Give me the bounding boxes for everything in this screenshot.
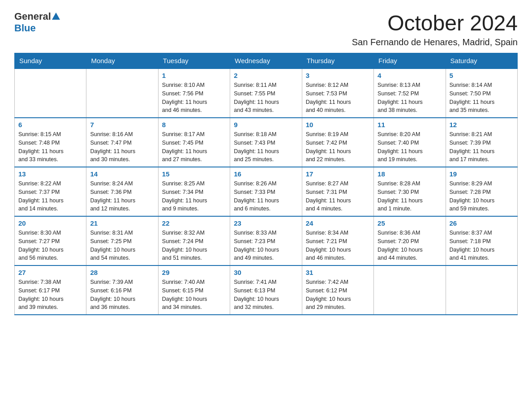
col-header-tuesday: Tuesday <box>158 53 230 69</box>
day-info: Sunrise: 8:31 AMSunset: 7:25 PMDaylight:… <box>90 229 154 262</box>
day-info: Sunrise: 8:18 AMSunset: 7:43 PMDaylight:… <box>234 130 298 164</box>
day-number: 12 <box>450 121 514 128</box>
day-number: 19 <box>450 170 514 178</box>
day-number: 7 <box>90 121 154 128</box>
calendar-cell: 3Sunrise: 8:12 AMSunset: 7:53 PMDaylight… <box>302 68 373 118</box>
calendar-cell: 9Sunrise: 8:18 AMSunset: 7:43 PMDaylight… <box>230 118 302 167</box>
day-info: Sunrise: 8:16 AMSunset: 7:47 PMDaylight:… <box>90 130 154 164</box>
calendar-cell: 20Sunrise: 8:30 AMSunset: 7:27 PMDayligh… <box>15 216 86 265</box>
calendar-cell: 6Sunrise: 8:15 AMSunset: 7:48 PMDaylight… <box>15 118 86 167</box>
day-number: 2 <box>234 72 298 79</box>
day-info: Sunrise: 7:39 AMSunset: 6:16 PMDaylight:… <box>90 278 154 312</box>
day-number: 24 <box>306 219 370 227</box>
calendar-cell: 17Sunrise: 8:27 AMSunset: 7:31 PMDayligh… <box>302 167 373 216</box>
day-number: 27 <box>18 269 82 276</box>
title-area: October 2024 San Fernando de Henares, Ma… <box>352 11 518 47</box>
calendar-cell: 19Sunrise: 8:29 AMSunset: 7:28 PMDayligh… <box>446 167 517 216</box>
week-row-4: 27Sunrise: 7:38 AMSunset: 6:17 PMDayligh… <box>15 265 518 315</box>
col-header-wednesday: Wednesday <box>230 53 302 69</box>
day-number: 4 <box>378 72 442 79</box>
svg-marker-0 <box>52 13 60 20</box>
calendar-cell: 5Sunrise: 8:14 AMSunset: 7:50 PMDaylight… <box>446 68 517 118</box>
day-number: 23 <box>234 219 298 227</box>
day-number: 29 <box>162 269 226 276</box>
day-info: Sunrise: 7:38 AMSunset: 6:17 PMDaylight:… <box>18 278 82 312</box>
col-header-saturday: Saturday <box>446 53 517 69</box>
calendar-cell: 15Sunrise: 8:25 AMSunset: 7:34 PMDayligh… <box>158 167 230 216</box>
day-info: Sunrise: 8:15 AMSunset: 7:48 PMDaylight:… <box>18 130 82 164</box>
day-number: 1 <box>162 72 226 79</box>
day-info: Sunrise: 8:26 AMSunset: 7:33 PMDaylight:… <box>234 180 298 213</box>
calendar-cell: 22Sunrise: 8:32 AMSunset: 7:24 PMDayligh… <box>158 216 230 265</box>
subtitle: San Fernando de Henares, Madrid, Spain <box>352 37 518 47</box>
day-info: Sunrise: 8:17 AMSunset: 7:45 PMDaylight:… <box>162 130 226 164</box>
calendar-cell: 18Sunrise: 8:28 AMSunset: 7:30 PMDayligh… <box>374 167 446 216</box>
calendar-cell: 27Sunrise: 7:38 AMSunset: 6:17 PMDayligh… <box>15 265 86 315</box>
day-info: Sunrise: 8:25 AMSunset: 7:34 PMDaylight:… <box>162 180 226 213</box>
calendar-cell: 12Sunrise: 8:21 AMSunset: 7:39 PMDayligh… <box>446 118 517 167</box>
calendar-cell <box>86 68 158 118</box>
logo-blue-text: Blue <box>14 22 36 34</box>
day-info: Sunrise: 8:10 AMSunset: 7:56 PMDaylight:… <box>162 81 226 115</box>
day-number: 31 <box>306 269 370 276</box>
logo-area: General Blue <box>14 11 61 34</box>
day-info: Sunrise: 8:19 AMSunset: 7:42 PMDaylight:… <box>306 130 370 164</box>
day-info: Sunrise: 8:20 AMSunset: 7:40 PMDaylight:… <box>378 130 442 164</box>
calendar-cell <box>15 68 86 118</box>
calendar-cell: 7Sunrise: 8:16 AMSunset: 7:47 PMDaylight… <box>86 118 158 167</box>
calendar-cell: 16Sunrise: 8:26 AMSunset: 7:33 PMDayligh… <box>230 167 302 216</box>
day-info: Sunrise: 8:37 AMSunset: 7:18 PMDaylight:… <box>450 229 514 262</box>
calendar-cell: 26Sunrise: 8:37 AMSunset: 7:18 PMDayligh… <box>446 216 517 265</box>
header: General Blue October 2024 San Fernando d… <box>14 11 518 47</box>
col-header-thursday: Thursday <box>302 53 373 69</box>
logo-general-text: General <box>14 11 51 22</box>
calendar-cell: 23Sunrise: 8:33 AMSunset: 7:23 PMDayligh… <box>230 216 302 265</box>
day-info: Sunrise: 8:22 AMSunset: 7:37 PMDaylight:… <box>18 180 82 213</box>
day-number: 20 <box>18 219 82 227</box>
day-number: 26 <box>450 219 514 227</box>
day-info: Sunrise: 8:32 AMSunset: 7:24 PMDaylight:… <box>162 229 226 262</box>
day-number: 21 <box>90 219 154 227</box>
day-info: Sunrise: 8:11 AMSunset: 7:55 PMDaylight:… <box>234 81 298 115</box>
calendar-cell: 21Sunrise: 8:31 AMSunset: 7:25 PMDayligh… <box>86 216 158 265</box>
calendar-cell: 29Sunrise: 7:40 AMSunset: 6:15 PMDayligh… <box>158 265 230 315</box>
calendar-cell <box>374 265 446 315</box>
day-number: 9 <box>234 121 298 128</box>
calendar-cell: 31Sunrise: 7:42 AMSunset: 6:12 PMDayligh… <box>302 265 373 315</box>
day-number: 14 <box>90 170 154 178</box>
calendar-cell <box>446 265 517 315</box>
calendar-cell: 14Sunrise: 8:24 AMSunset: 7:36 PMDayligh… <box>86 167 158 216</box>
main-title: October 2024 <box>352 11 518 35</box>
day-info: Sunrise: 7:42 AMSunset: 6:12 PMDaylight:… <box>306 278 370 312</box>
calendar-cell: 24Sunrise: 8:34 AMSunset: 7:21 PMDayligh… <box>302 216 373 265</box>
header-row: SundayMondayTuesdayWednesdayThursdayFrid… <box>15 53 518 69</box>
day-number: 30 <box>234 269 298 276</box>
calendar-cell: 11Sunrise: 8:20 AMSunset: 7:40 PMDayligh… <box>374 118 446 167</box>
day-number: 6 <box>18 121 82 128</box>
day-number: 25 <box>378 219 442 227</box>
day-info: Sunrise: 7:41 AMSunset: 6:13 PMDaylight:… <box>234 278 298 312</box>
day-number: 11 <box>378 121 442 128</box>
day-number: 10 <box>306 121 370 128</box>
day-info: Sunrise: 8:14 AMSunset: 7:50 PMDaylight:… <box>450 81 514 115</box>
col-header-monday: Monday <box>86 53 158 69</box>
day-info: Sunrise: 8:24 AMSunset: 7:36 PMDaylight:… <box>90 180 154 213</box>
day-info: Sunrise: 8:36 AMSunset: 7:20 PMDaylight:… <box>378 229 442 262</box>
week-row-3: 20Sunrise: 8:30 AMSunset: 7:27 PMDayligh… <box>15 216 518 265</box>
day-number: 3 <box>306 72 370 79</box>
logo: General <box>14 11 61 22</box>
calendar-cell: 8Sunrise: 8:17 AMSunset: 7:45 PMDaylight… <box>158 118 230 167</box>
day-number: 15 <box>162 170 226 178</box>
day-number: 5 <box>450 72 514 79</box>
calendar-table: SundayMondayTuesdayWednesdayThursdayFrid… <box>14 53 518 315</box>
col-header-friday: Friday <box>374 53 446 69</box>
day-info: Sunrise: 8:12 AMSunset: 7:53 PMDaylight:… <box>306 81 370 115</box>
calendar-cell: 13Sunrise: 8:22 AMSunset: 7:37 PMDayligh… <box>15 167 86 216</box>
calendar-cell: 1Sunrise: 8:10 AMSunset: 7:56 PMDaylight… <box>158 68 230 118</box>
day-info: Sunrise: 8:33 AMSunset: 7:23 PMDaylight:… <box>234 229 298 262</box>
calendar-cell: 10Sunrise: 8:19 AMSunset: 7:42 PMDayligh… <box>302 118 373 167</box>
col-header-sunday: Sunday <box>15 53 86 69</box>
calendar-cell: 2Sunrise: 8:11 AMSunset: 7:55 PMDaylight… <box>230 68 302 118</box>
day-info: Sunrise: 8:28 AMSunset: 7:30 PMDaylight:… <box>378 180 442 213</box>
day-info: Sunrise: 7:40 AMSunset: 6:15 PMDaylight:… <box>162 278 226 312</box>
